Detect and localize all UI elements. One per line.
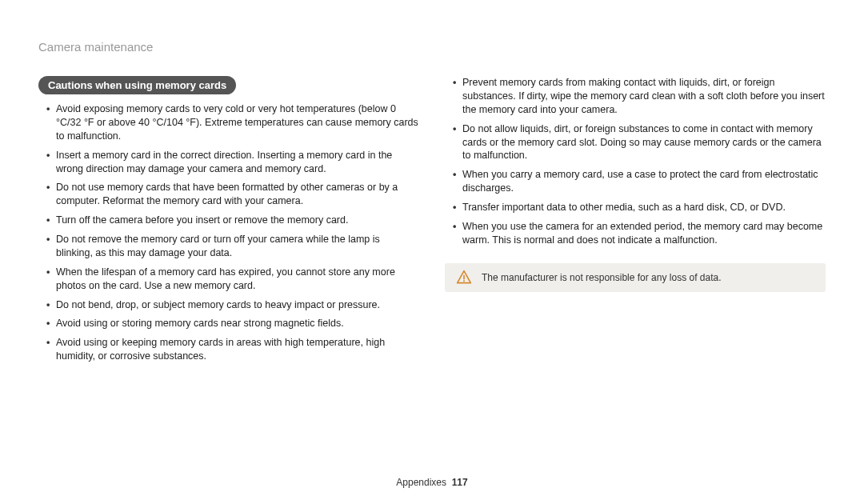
left-bullet-list: Avoid exposing memory cards to very cold… xyxy=(38,102,419,363)
list-item: Prevent memory cards from making contact… xyxy=(453,76,826,117)
list-item: Avoid using or keeping memory cards in a… xyxy=(46,336,419,363)
list-item: Transfer important data to other media, … xyxy=(453,201,826,214)
list-item: Do not use memory cards that have been f… xyxy=(46,181,419,208)
warning-icon xyxy=(456,270,472,286)
page-header-title: Camera maintenance xyxy=(38,40,826,54)
list-item: Turn off the camera before you insert or… xyxy=(46,214,419,227)
warning-note-text: The manufacturer is not responsible for … xyxy=(482,272,722,283)
list-item: When you use the camera for an extended … xyxy=(453,220,826,247)
list-item: When you carry a memory card, use a case… xyxy=(453,168,826,195)
page-content: Camera maintenance Cautions when using m… xyxy=(0,0,864,369)
list-item: Insert a memory card in the correct dire… xyxy=(46,149,419,176)
list-item: Avoid exposing memory cards to very cold… xyxy=(46,102,419,143)
list-item: When the lifespan of a memory card has e… xyxy=(46,266,419,293)
list-item: Do not remove the memory card or turn of… xyxy=(46,233,419,260)
list-item: Avoid using or storing memory cards near… xyxy=(46,317,419,330)
footer-page-number: 117 xyxy=(452,477,468,488)
svg-point-1 xyxy=(463,280,465,282)
warning-note-box: The manufacturer is not responsible for … xyxy=(445,263,826,292)
right-bullet-list: Prevent memory cards from making contact… xyxy=(445,76,826,247)
section-heading-badge: Cautions when using memory cards xyxy=(38,76,236,94)
list-item: Do not allow liquids, dirt, or foreign s… xyxy=(453,122,826,163)
list-item: Do not bend, drop, or subject memory car… xyxy=(46,298,419,312)
content-columns: Cautions when using memory cards Avoid e… xyxy=(38,76,826,369)
right-column: Prevent memory cards from making contact… xyxy=(445,76,826,369)
left-column: Cautions when using memory cards Avoid e… xyxy=(38,76,419,369)
footer-section-label: Appendixes xyxy=(396,477,446,488)
page-footer: Appendixes 117 xyxy=(0,477,864,488)
